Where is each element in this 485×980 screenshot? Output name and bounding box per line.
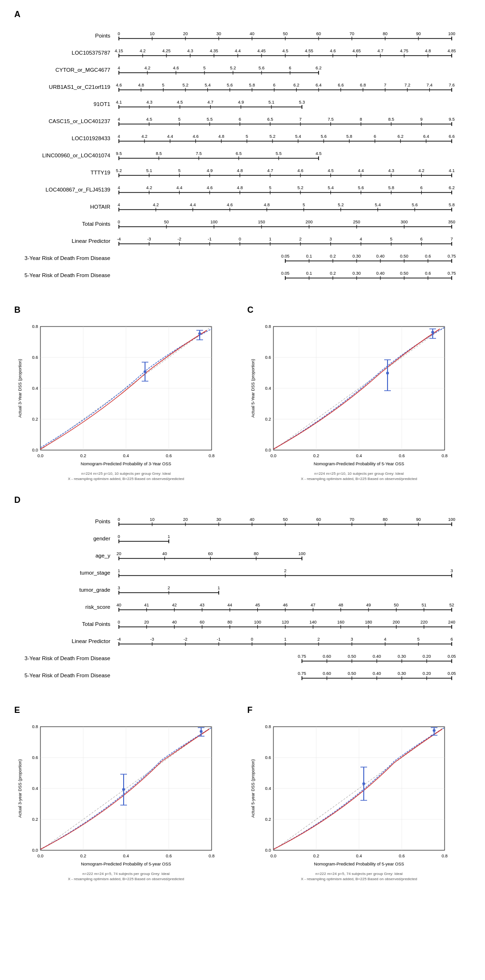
plot-c-label: C xyxy=(247,305,471,315)
svg-text:Actual 3-year DSS (proportion): Actual 3-year DSS (proportion) xyxy=(18,759,22,817)
svg-text:tumor_grade: tumor_grade xyxy=(79,587,110,593)
svg-text:-4: -4 xyxy=(117,237,121,241)
svg-text:4.5: 4.5 xyxy=(316,151,322,156)
svg-text:0.75: 0.75 xyxy=(447,271,456,276)
svg-text:-2: -2 xyxy=(177,237,181,241)
plot-f-label: F xyxy=(247,705,471,715)
svg-text:0.8: 0.8 xyxy=(32,724,38,729)
svg-text:3: 3 xyxy=(117,586,120,590)
svg-text:6.4: 6.4 xyxy=(423,134,429,139)
plot-b-container: B xyxy=(14,305,238,481)
plot-f-caption: n=222 m=24 p=5, 74 subjects per group Gr… xyxy=(247,872,471,876)
svg-text:0.2: 0.2 xyxy=(313,453,320,458)
svg-text:50: 50 xyxy=(283,31,288,36)
svg-text:4.5: 4.5 xyxy=(328,168,334,173)
svg-text:0.50: 0.50 xyxy=(400,271,408,276)
svg-text:4.1: 4.1 xyxy=(116,100,122,105)
svg-text:100: 100 xyxy=(210,220,217,224)
svg-text:0.6: 0.6 xyxy=(265,755,271,760)
svg-text:5.4: 5.4 xyxy=(328,185,334,190)
svg-text:4.2: 4.2 xyxy=(153,202,159,207)
svg-text:0.60: 0.60 xyxy=(323,671,331,676)
svg-text:0.6: 0.6 xyxy=(425,271,431,276)
svg-text:0.4: 0.4 xyxy=(356,453,362,458)
svg-text:5.3: 5.3 xyxy=(299,100,305,105)
svg-text:6: 6 xyxy=(273,83,275,87)
svg-text:0.8: 0.8 xyxy=(265,324,271,329)
svg-text:6.2: 6.2 xyxy=(316,66,322,70)
nomogram-d: Points0102030405060708090100gender01age_… xyxy=(14,509,471,696)
svg-text:0.2: 0.2 xyxy=(32,417,38,422)
svg-text:43: 43 xyxy=(200,603,204,607)
svg-text:60: 60 xyxy=(316,517,321,522)
svg-text:0.40: 0.40 xyxy=(373,671,381,676)
svg-text:47: 47 xyxy=(310,603,315,607)
svg-text:350: 350 xyxy=(448,220,455,224)
svg-text:4: 4 xyxy=(117,202,120,207)
svg-text:4.8: 4.8 xyxy=(264,202,270,207)
svg-text:-3: -3 xyxy=(147,237,151,241)
svg-text:0.4: 0.4 xyxy=(123,854,129,858)
svg-text:5.8: 5.8 xyxy=(388,185,394,190)
svg-text:4.6: 4.6 xyxy=(330,48,336,53)
svg-text:4.8: 4.8 xyxy=(218,134,224,139)
svg-text:4.15: 4.15 xyxy=(115,48,123,53)
svg-text:5.8: 5.8 xyxy=(346,134,352,139)
svg-text:6.6: 6.6 xyxy=(449,134,455,139)
svg-text:0.20: 0.20 xyxy=(423,671,431,676)
svg-text:200: 200 xyxy=(393,620,400,625)
svg-text:Points: Points xyxy=(95,519,110,524)
svg-text:4.35: 4.35 xyxy=(210,48,218,53)
svg-text:0.2: 0.2 xyxy=(265,417,271,422)
svg-text:10: 10 xyxy=(150,517,155,522)
svg-text:0.0: 0.0 xyxy=(32,848,38,853)
svg-text:40: 40 xyxy=(172,620,177,625)
svg-text:8.5: 8.5 xyxy=(388,117,394,122)
svg-text:4.6: 4.6 xyxy=(298,168,304,173)
svg-text:0.0: 0.0 xyxy=(32,448,38,452)
plot-b-svg: 0.0 0.2 0.4 0.6 0.8 0.0 0.2 0.4 0.6 0.8 … xyxy=(14,317,219,469)
svg-text:20: 20 xyxy=(116,551,121,556)
svg-text:60: 60 xyxy=(200,620,204,625)
plot-b-caption: n=224 m=25 p=10, 10 subjects per group G… xyxy=(14,471,238,476)
svg-text:5.6: 5.6 xyxy=(412,202,418,207)
svg-text:2: 2 xyxy=(167,586,170,590)
plot-b-label: B xyxy=(14,305,238,315)
svg-text:0: 0 xyxy=(117,534,120,539)
svg-text:40: 40 xyxy=(250,517,254,522)
svg-text:100: 100 xyxy=(298,551,305,556)
svg-text:80: 80 xyxy=(383,517,388,522)
svg-text:30: 30 xyxy=(216,31,221,36)
svg-text:7: 7 xyxy=(450,237,453,241)
svg-text:0.60: 0.60 xyxy=(323,654,331,659)
svg-text:0.4: 0.4 xyxy=(356,854,362,858)
svg-text:41: 41 xyxy=(144,603,149,607)
svg-text:2: 2 xyxy=(317,637,320,642)
svg-text:4.7: 4.7 xyxy=(378,48,384,53)
svg-text:42: 42 xyxy=(172,603,177,607)
svg-text:4.4: 4.4 xyxy=(176,185,183,190)
svg-text:3-Year Risk of Death From Dise: 3-Year Risk of Death From Disease xyxy=(25,655,110,661)
svg-text:3: 3 xyxy=(350,637,353,642)
svg-text:300: 300 xyxy=(400,220,407,224)
svg-text:5: 5 xyxy=(246,134,248,139)
svg-text:6.2: 6.2 xyxy=(293,83,300,87)
svg-point-389 xyxy=(144,370,146,373)
svg-text:LOC400867_or_FLJ45139: LOC400867_or_FLJ45139 xyxy=(46,187,110,192)
svg-text:0.30: 0.30 xyxy=(352,271,361,276)
svg-text:4.75: 4.75 xyxy=(400,48,408,53)
plots-bc-row: B xyxy=(14,305,471,481)
svg-text:0.30: 0.30 xyxy=(398,654,406,659)
plot-e-caption: n=222 m=24 p=5, 74 subjects per group Gr… xyxy=(14,872,238,876)
svg-text:5.8: 5.8 xyxy=(449,202,455,207)
svg-text:0.0: 0.0 xyxy=(38,453,44,458)
svg-text:0.0: 0.0 xyxy=(38,854,44,858)
svg-text:1: 1 xyxy=(269,237,272,241)
svg-text:6: 6 xyxy=(289,66,291,70)
svg-text:51: 51 xyxy=(422,603,427,607)
plot-b-note: X - resampling optimism added, B=225 Bas… xyxy=(14,477,238,481)
svg-text:4.4: 4.4 xyxy=(358,168,364,173)
svg-text:2: 2 xyxy=(284,568,286,573)
section-d: D Points0102030405060708090100gender01ag… xyxy=(14,495,471,696)
svg-point-393 xyxy=(198,332,201,335)
